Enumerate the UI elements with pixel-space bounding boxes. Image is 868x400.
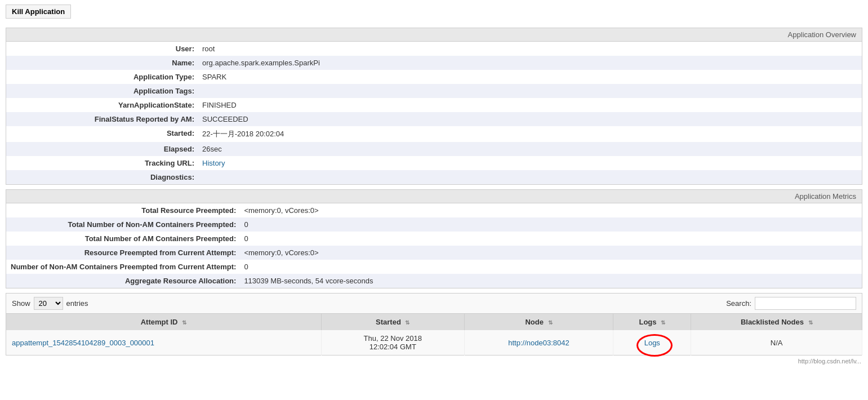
cell-node[interactable]: http://node03:8042: [464, 330, 613, 355]
entries-label: entries: [66, 299, 88, 308]
row-value: FINISHED: [198, 98, 862, 112]
app-overview-table: User:rootName:org.apache.spark.examples.…: [6, 42, 862, 184]
row-label: Aggregate Resource Allocation:: [6, 274, 239, 288]
search-input[interactable]: [755, 297, 856, 310]
row-label: Total Number of Non-AM Containers Preemp…: [6, 217, 239, 232]
col-blacklisted-nodes[interactable]: Blacklisted Nodes ⇅: [691, 314, 862, 331]
app-metrics-title: Application Metrics: [6, 190, 862, 203]
row-label: Resource Preempted from Current Attempt:: [6, 246, 239, 260]
table-row: Aggregate Resource Allocation:113039 MB-…: [6, 274, 862, 288]
col-started[interactable]: Started ⇅: [321, 314, 464, 331]
row-label: Diagnostics:: [6, 170, 198, 184]
row-value: root: [198, 42, 862, 56]
tracking-url-link[interactable]: History: [202, 159, 225, 167]
table-row: Total Number of Non-AM Containers Preemp…: [6, 217, 862, 232]
row-value: <memory:0, vCores:0>: [239, 246, 862, 260]
row-label: Application Type:: [6, 70, 198, 84]
sort-icon-blacklisted: ⇅: [808, 319, 813, 326]
table-row: Number of Non-AM Containers Preempted fr…: [6, 260, 862, 274]
row-value: 0: [239, 232, 862, 246]
table-row: Total Resource Preempted:<memory:0, vCor…: [6, 203, 862, 217]
row-label: Number of Non-AM Containers Preempted fr…: [6, 260, 239, 274]
row-label: User:: [6, 42, 198, 56]
datatable-controls: Show 20 50 100 entries Search:: [6, 293, 862, 313]
table-row: Started:22-十一月-2018 20:02:04: [6, 126, 862, 142]
show-label: Show: [12, 299, 30, 308]
col-attempt-id[interactable]: Attempt ID ⇅: [6, 314, 322, 331]
table-row: Tracking URL:History: [6, 156, 862, 170]
table-row: Application Type:SPARK: [6, 70, 862, 84]
table-row: Application Tags:: [6, 84, 862, 98]
row-value: [198, 84, 862, 98]
row-label: YarnApplicationState:: [6, 98, 198, 112]
table-row: Elapsed:26sec: [6, 142, 862, 156]
row-label: Total Number of AM Containers Preempted:: [6, 232, 239, 246]
cell-blacklisted-nodes: N/A: [691, 330, 862, 355]
kill-application-button[interactable]: Kill Application: [6, 5, 71, 19]
row-value: [198, 170, 862, 184]
table-row: appattempt_1542854104289_0003_000001Thu,…: [6, 330, 862, 355]
app-metrics-table: Total Resource Preempted:<memory:0, vCor…: [6, 203, 862, 288]
node-link[interactable]: http://node03:8042: [508, 339, 569, 347]
row-label: Application Tags:: [6, 84, 198, 98]
col-logs[interactable]: Logs ⇅: [613, 314, 691, 331]
row-label: Total Resource Preempted:: [6, 203, 239, 217]
app-overview-title: Application Overview: [6, 28, 862, 42]
app-overview-section: Application Overview User:rootName:org.a…: [6, 28, 862, 185]
table-row: Name:org.apache.spark.examples.SparkPi: [6, 56, 862, 70]
table-row: Diagnostics:: [6, 170, 862, 184]
table-row: Resource Preempted from Current Attempt:…: [6, 246, 862, 260]
row-value: 0: [239, 217, 862, 232]
row-label: Name:: [6, 56, 198, 70]
attempt-id-link[interactable]: appattempt_1542854104289_0003_000001: [12, 339, 154, 347]
cell-logs[interactable]: Logs: [613, 330, 691, 355]
table-row: FinalStatus Reported by AM:SUCCEEDED: [6, 112, 862, 126]
row-label: Tracking URL:: [6, 156, 198, 170]
logs-link[interactable]: Logs: [644, 339, 660, 347]
entries-select[interactable]: 20 50 100: [34, 297, 63, 310]
table-row: YarnApplicationState:FINISHED: [6, 98, 862, 112]
table-header-row: Attempt ID ⇅ Started ⇅ Node ⇅ Logs ⇅ Bla…: [6, 314, 862, 331]
row-label: Started:: [6, 126, 198, 142]
row-value: org.apache.spark.examples.SparkPi: [198, 56, 862, 70]
row-value[interactable]: History: [198, 156, 862, 170]
table-row: Total Number of AM Containers Preempted:…: [6, 232, 862, 246]
cell-started: Thu, 22 Nov 201812:02:04 GMT: [321, 330, 464, 355]
sort-icon-logs: ⇅: [661, 319, 665, 326]
row-value: 26sec: [198, 142, 862, 156]
row-label: FinalStatus Reported by AM:: [6, 112, 198, 126]
row-label: Elapsed:: [6, 142, 198, 156]
table-row: User:root: [6, 42, 862, 56]
cell-attempt-id[interactable]: appattempt_1542854104289_0003_000001: [6, 330, 322, 355]
row-value: SPARK: [198, 70, 862, 84]
row-value: 0: [239, 260, 862, 274]
app-metrics-section: Application Metrics Total Resource Preem…: [6, 189, 862, 288]
row-value: 22-十一月-2018 20:02:04: [198, 126, 862, 142]
sort-icon-attempt-id: ⇅: [182, 319, 186, 326]
footer-url: http://blog.csdn.net/lv...: [0, 355, 868, 367]
col-node[interactable]: Node ⇅: [464, 314, 613, 331]
search-box: Search:: [726, 297, 856, 310]
show-entries-control: Show 20 50 100 entries: [12, 297, 88, 310]
sort-icon-node: ⇅: [548, 319, 553, 326]
row-value: 113039 MB-seconds, 54 vcore-seconds: [239, 274, 862, 288]
attempts-table: Attempt ID ⇅ Started ⇅ Node ⇅ Logs ⇅ Bla…: [6, 313, 862, 355]
row-value: SUCCEEDED: [198, 112, 862, 126]
row-value: <memory:0, vCores:0>: [239, 203, 862, 217]
sort-icon-started: ⇅: [405, 319, 409, 326]
search-label: Search:: [726, 299, 751, 308]
